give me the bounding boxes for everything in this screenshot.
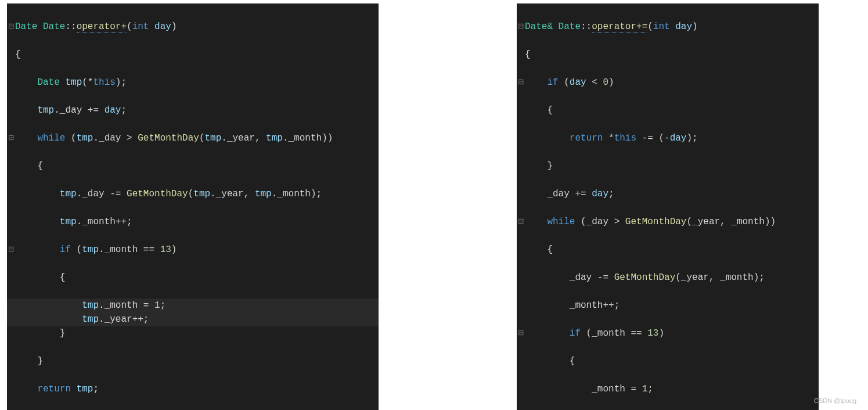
fold-icon[interactable]: ⊟	[517, 20, 525, 34]
fold-icon[interactable]: ⊟	[517, 326, 525, 340]
code-text: Date Date	[15, 21, 65, 32]
right-column: ⊟Date& Date::operator+=(int day) { ⊟ if …	[517, 0, 868, 410]
fold-icon[interactable]: ⊟	[517, 215, 525, 229]
fold-icon[interactable]: ⊟	[517, 75, 525, 89]
code-editor-left[interactable]: ⊟Date Date::operator+(int day) { Date tm…	[7, 3, 379, 410]
left-column: ⊟Date Date::operator+(int day) { Date tm…	[0, 0, 517, 410]
fold-icon[interactable]: ⊟	[7, 243, 15, 257]
watermark: CSDN @tpoog	[814, 397, 856, 404]
fold-icon[interactable]: ⊟	[7, 20, 15, 34]
fold-icon[interactable]: ⊟	[7, 131, 15, 145]
code-editor-right[interactable]: ⊟Date& Date::operator+=(int day) { ⊟ if …	[517, 3, 819, 410]
